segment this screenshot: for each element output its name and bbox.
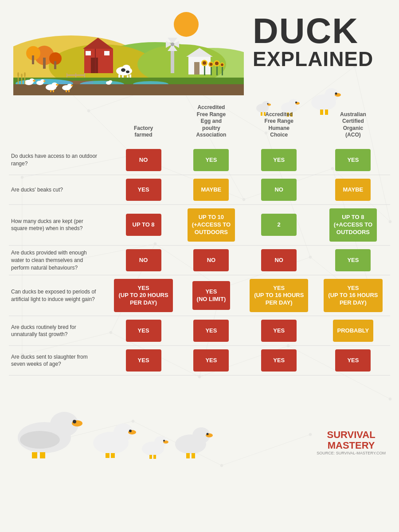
- svg-rect-169: [153, 455, 156, 459]
- answer-box-1-2: NO: [261, 179, 297, 201]
- farm-illustration: [13, 9, 244, 98]
- answer-cell-0-0: NO: [106, 145, 180, 175]
- svg-rect-125: [66, 90, 67, 92]
- svg-point-114: [43, 80, 46, 82]
- answer-cell-3-0: NO: [106, 246, 180, 275]
- svg-point-111: [33, 80, 35, 82]
- answer-box-1-1: MAYBE: [193, 179, 229, 201]
- svg-point-76: [126, 70, 129, 73]
- answer-cell-2-2: 2: [242, 205, 316, 246]
- col-afreerange-header: AccreditedFree RangeEgg andpoultryAssoci…: [180, 102, 242, 145]
- svg-rect-168: [149, 455, 152, 459]
- answer-box-5-1: YES: [193, 320, 229, 342]
- question-cell-3: Are ducks provided with enough water to …: [9, 246, 106, 275]
- answer-box-6-1: YES: [193, 349, 229, 372]
- answer-cell-1-3: MAYBE: [316, 175, 390, 205]
- table-row: Do ducks have access to an outdoor range…: [9, 145, 390, 175]
- question-cell-2: How many ducks are kept (per square metr…: [9, 205, 106, 246]
- svg-rect-62: [54, 61, 56, 69]
- answer-cell-4-1: YES (no limit): [180, 275, 242, 316]
- header-section: DUCK EXPLAINED: [0, 0, 399, 102]
- answer-cell-6-0: YES: [106, 346, 180, 376]
- table-row: Can ducks be exposed to periods of artif…: [9, 275, 390, 316]
- answer-box-5-0: YES: [126, 320, 161, 342]
- svg-point-82: [171, 43, 174, 46]
- answer-cell-2-3: Up to 8 (+access to outdoors: [316, 205, 390, 246]
- answer-cell-4-3: YES (Up to 16 hours per day): [316, 275, 390, 316]
- svg-point-128: [17, 72, 19, 77]
- col-question-header: [9, 102, 106, 145]
- question-cell-1: Are ducks' beaks cut?: [9, 175, 106, 205]
- answer-box-4-0: YES (Up to 20 hours per day): [114, 279, 172, 312]
- svg-rect-121: [53, 90, 54, 92]
- answer-cell-0-3: YES: [316, 145, 390, 175]
- answer-box-6-0: YES: [126, 349, 161, 372]
- page-title-area: DUCK EXPLAINED: [244, 9, 386, 118]
- answer-box-0-1: YES: [193, 149, 229, 171]
- answer-box-1-0: YES: [126, 179, 161, 201]
- answer-box-4-3: YES (Up to 16 hours per day): [324, 279, 382, 312]
- answer-cell-5-1: YES: [180, 316, 242, 346]
- svg-rect-162: [106, 453, 110, 458]
- answer-box-6-2: YES: [261, 349, 297, 372]
- answer-cell-5-0: YES: [106, 316, 180, 346]
- svg-point-132: [24, 72, 26, 77]
- table-row: Are ducks provided with enough water to …: [9, 246, 390, 275]
- svg-point-154: [73, 420, 76, 423]
- answer-box-3-0: NO: [126, 249, 161, 271]
- svg-rect-129: [21, 76, 22, 84]
- header-duck-3: [306, 74, 341, 118]
- svg-rect-157: [40, 452, 45, 458]
- svg-rect-67: [86, 51, 91, 55]
- svg-point-136: [267, 103, 269, 105]
- svg-rect-101: [66, 74, 85, 76]
- svg-point-173: [207, 433, 209, 435]
- svg-rect-149: [320, 110, 323, 115]
- bottom-ducks-section: SURVIVAL MASTERY SOURCE: SURVIVAL-MASTER…: [0, 384, 399, 464]
- answer-box-4-2: YES (Up to 16 hours per day): [250, 279, 308, 312]
- answer-cell-3-2: NO: [242, 246, 316, 275]
- answer-cell-2-0: Up to 8: [106, 205, 180, 246]
- answer-cell-2-1: Up to 10 (+access to outdoors: [180, 205, 242, 246]
- brand-name-line2: MASTERY: [328, 440, 375, 451]
- table-row: Are ducks routinely bred for unnaturally…: [9, 316, 390, 346]
- svg-point-91: [210, 63, 213, 66]
- svg-rect-68: [104, 51, 110, 55]
- svg-rect-175: [192, 453, 195, 458]
- answer-cell-4-0: YES (Up to 20 hours per day): [106, 275, 180, 316]
- answer-cell-6-3: YES: [316, 346, 390, 376]
- svg-point-49: [220, 464, 223, 467]
- svg-rect-156: [32, 452, 37, 458]
- svg-point-54: [174, 12, 199, 37]
- answer-box-2-0: Up to 8: [126, 214, 161, 236]
- question-cell-6: Are ducks sent to slaughter from seven w…: [9, 346, 106, 376]
- svg-rect-126: [68, 90, 70, 92]
- table-row: Are ducks' beaks cut?YESMAYBENOMAYBE: [9, 175, 390, 205]
- answer-cell-6-1: YES: [180, 346, 242, 376]
- answer-box-2-2: 2: [261, 214, 297, 236]
- table-row: How many ducks are kept (per square metr…: [9, 205, 390, 246]
- answer-box-1-3: MAYBE: [335, 179, 371, 201]
- answer-cell-1-2: NO: [242, 175, 316, 205]
- answer-cell-1-0: YES: [106, 175, 180, 205]
- answer-cell-3-3: YES: [316, 246, 390, 275]
- svg-point-97: [221, 63, 223, 66]
- question-cell-0: Do ducks have access to an outdoor range…: [9, 145, 106, 175]
- svg-rect-65: [91, 58, 98, 73]
- answer-box-4-1: YES (no limit): [192, 281, 231, 310]
- comparison-table: Factoryfarmed AccreditedFree RangeEgg an…: [9, 102, 390, 376]
- svg-point-130: [21, 74, 23, 77]
- svg-point-155: [20, 431, 60, 449]
- svg-point-119: [56, 84, 59, 86]
- title-explained: EXPLAINED: [253, 49, 373, 69]
- brand-name-line1: SURVIVAL: [327, 429, 375, 440]
- svg-rect-58: [43, 58, 46, 69]
- svg-point-94: [215, 62, 219, 65]
- svg-point-116: [109, 80, 112, 83]
- answer-box-3-3: YES: [335, 249, 371, 271]
- answer-box-0-2: YES: [261, 149, 297, 171]
- col-factory-header: Factoryfarmed: [106, 102, 180, 145]
- comparison-table-section: Factoryfarmed AccreditedFree RangeEgg an…: [0, 102, 399, 384]
- bottom-goose-4: [168, 411, 213, 460]
- svg-point-167: [163, 440, 165, 442]
